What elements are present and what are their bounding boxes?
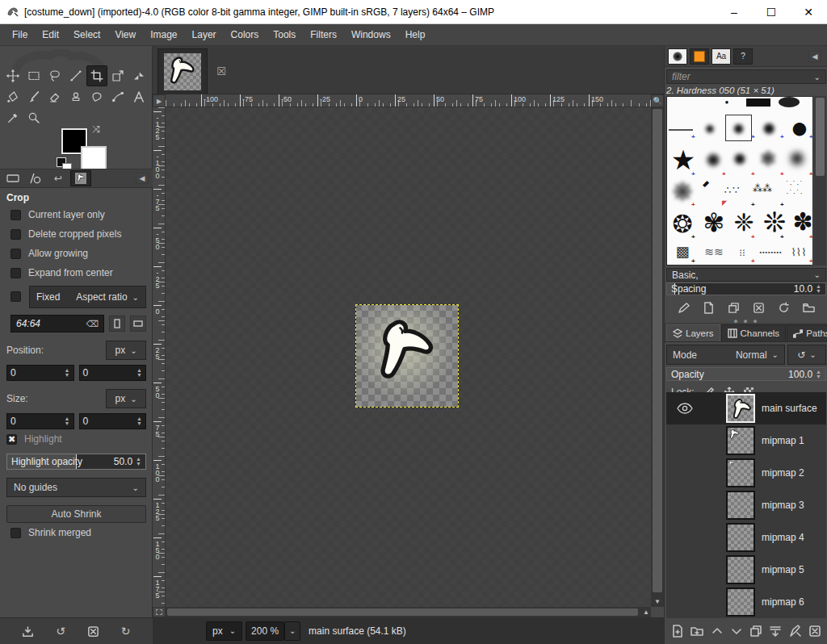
menu-select[interactable]: Select bbox=[66, 26, 107, 44]
spinner-arrows-icon[interactable]: ▲▼ bbox=[816, 284, 821, 294]
size-y-input[interactable]: 0▲▼ bbox=[79, 413, 147, 429]
help-tab[interactable]: ? bbox=[733, 48, 753, 65]
close-button[interactable]: ✕ bbox=[790, 0, 827, 23]
tool-options-tab[interactable] bbox=[2, 170, 23, 186]
undo-history-tab[interactable]: ↩ bbox=[48, 170, 69, 186]
highlight-row[interactable]: ✖ Highlight bbox=[0, 429, 153, 449]
allow-growing-checkbox[interactable] bbox=[10, 249, 21, 259]
new-layer-group-icon[interactable] bbox=[691, 625, 703, 638]
spinner-arrows-icon[interactable]: ▲▼ bbox=[65, 416, 70, 426]
restore-tool-preset-icon[interactable]: ↺ bbox=[56, 625, 65, 638]
menu-file[interactable]: File bbox=[5, 26, 35, 44]
new-brush-icon[interactable] bbox=[703, 302, 715, 314]
navigation-preview-icon[interactable]: ▲ bbox=[643, 607, 649, 617]
new-layer-icon[interactable] bbox=[671, 625, 684, 638]
zoom-follow-window-button[interactable]: 🔍 bbox=[651, 94, 664, 107]
collapse-left-dock-icon[interactable]: ◀ bbox=[136, 173, 149, 184]
maximize-button[interactable]: ☐ bbox=[753, 0, 790, 23]
vertical-ruler[interactable]: -125 -100 -75 -50 -25 0 25 50 75 100 125… bbox=[153, 107, 166, 607]
portrait-orientation-button[interactable] bbox=[109, 316, 125, 332]
layer-row-mipmap-1[interactable]: mipmap 1 bbox=[666, 424, 826, 457]
delete-tool-preset-icon[interactable] bbox=[87, 625, 99, 638]
tab-paths[interactable]: Paths bbox=[787, 324, 827, 341]
layer-row-mipmap-6[interactable]: mipmap 6 bbox=[666, 586, 826, 618]
mode-switch-button[interactable]: ↺⌄ bbox=[787, 345, 826, 365]
smudge-tool-button[interactable] bbox=[86, 86, 107, 107]
save-tool-preset-icon[interactable] bbox=[22, 625, 34, 638]
paths-tool-button[interactable] bbox=[107, 86, 128, 107]
menu-filters[interactable]: Filters bbox=[303, 26, 344, 44]
shrink-merged-row[interactable]: Shrink merged bbox=[0, 523, 153, 542]
menu-windows[interactable]: Windows bbox=[344, 26, 398, 44]
menu-colors[interactable]: Colors bbox=[224, 26, 267, 44]
expand-from-center-checkbox[interactable] bbox=[10, 268, 21, 278]
menu-layer[interactable]: Layer bbox=[185, 26, 224, 44]
guides-dropdown[interactable]: No guides ⌄ bbox=[6, 478, 146, 497]
tab-layers[interactable]: Layers bbox=[666, 324, 720, 341]
menu-image[interactable]: Image bbox=[143, 26, 184, 44]
aspect-ratio-input[interactable]: 64:64 ⌫ bbox=[10, 315, 104, 332]
flip-tool-button[interactable] bbox=[128, 65, 149, 86]
spinner-arrows-icon[interactable]: ▲▼ bbox=[65, 368, 70, 378]
status-zoom-value[interactable]: 200 % bbox=[246, 621, 284, 641]
brush-group-dropdown[interactable]: Basic, ⌄ bbox=[666, 268, 826, 282]
highlight-checkbox[interactable]: ✖ bbox=[6, 434, 17, 445]
duplicate-brush-icon[interactable] bbox=[728, 302, 740, 314]
scrollbar-thumb[interactable] bbox=[167, 608, 638, 616]
landscape-orientation-button[interactable] bbox=[130, 316, 146, 332]
fixed-ratio-dropdown[interactable]: Fixed Aspect ratio⌄ bbox=[29, 286, 146, 308]
refresh-brushes-icon[interactable] bbox=[778, 302, 790, 314]
visibility-eye-icon[interactable] bbox=[677, 403, 693, 414]
layer-row-mipmap-5[interactable]: mipmap 5 bbox=[666, 554, 826, 586]
brushes-tab[interactable] bbox=[668, 48, 687, 65]
horizontal-scrollbar[interactable]: ▲ bbox=[166, 607, 651, 617]
layer-row-mipmap-4[interactable]: mipmap 4 bbox=[666, 521, 826, 554]
position-unit-dropdown[interactable]: px⌄ bbox=[106, 341, 146, 360]
duplicate-layer-icon[interactable] bbox=[749, 625, 762, 638]
scrollbar-thumb[interactable] bbox=[653, 109, 662, 592]
free-select-tool-button[interactable] bbox=[44, 65, 65, 86]
expand-from-center-row[interactable]: Expand from center bbox=[0, 263, 153, 282]
shrink-merged-checkbox[interactable] bbox=[10, 528, 21, 538]
quick-mask-toggle[interactable] bbox=[153, 607, 166, 617]
crop-tool-button[interactable] bbox=[86, 65, 107, 86]
anchor-layer-icon[interactable] bbox=[789, 625, 802, 638]
image-tab[interactable] bbox=[157, 48, 208, 94]
raise-layer-icon[interactable] bbox=[711, 625, 724, 638]
device-status-tab[interactable] bbox=[25, 170, 46, 186]
layer-row-main-surface[interactable]: main surface bbox=[666, 392, 826, 424]
measure-tool-button[interactable] bbox=[65, 65, 86, 86]
scrollbar-thumb[interactable] bbox=[816, 98, 825, 176]
image-thumbnail-tab[interactable] bbox=[70, 170, 91, 186]
spinner-arrows-icon[interactable]: ▲▼ bbox=[136, 416, 142, 426]
brush-grid-scrollbar[interactable] bbox=[814, 96, 826, 266]
zoom-tool-button[interactable] bbox=[23, 107, 44, 128]
layer-row-mipmap-2[interactable]: mipmap 2 bbox=[666, 457, 826, 489]
minimize-button[interactable]: – bbox=[716, 0, 753, 23]
brush-spacing-slider[interactable]: Spacing 10.0 ▲▼ bbox=[666, 282, 826, 295]
close-image-tab-icon[interactable]: ☒ bbox=[214, 64, 229, 78]
menu-help[interactable]: Help bbox=[398, 26, 433, 44]
delete-cropped-pixels-checkbox[interactable] bbox=[10, 229, 21, 240]
layer-opacity-slider[interactable]: Opacity 100.0 ▲▼ bbox=[666, 367, 826, 381]
position-y-input[interactable]: 0▲▼ bbox=[79, 365, 147, 381]
status-zoom-dropdown[interactable]: ⌄ bbox=[284, 621, 300, 641]
edit-brush-icon[interactable] bbox=[678, 302, 690, 314]
delete-layer-icon[interactable] bbox=[808, 625, 821, 638]
brush-filter-input[interactable]: filter ⌄ bbox=[666, 69, 826, 84]
brush-grid[interactable]: ● ● ● ● ● ★ ✺ ✹ ❃ ✹ ❋ ▮ ∴∵ ⁂⁂ ˙·˙·˙·˙·˙·… bbox=[666, 96, 813, 266]
size-unit-dropdown[interactable]: px⌄ bbox=[106, 389, 146, 408]
rectangle-select-tool-button[interactable] bbox=[23, 65, 44, 86]
collapse-right-dock-icon[interactable]: ◀ bbox=[808, 51, 821, 62]
spinner-arrows-icon[interactable]: ▲▼ bbox=[816, 370, 821, 379]
layer-row-mipmap-3[interactable]: mipmap 3 bbox=[666, 489, 826, 521]
ruler-origin-button[interactable]: ▶ bbox=[153, 94, 166, 107]
allow-growing-row[interactable]: Allow growing bbox=[0, 244, 153, 263]
fixed-checkbox[interactable] bbox=[10, 291, 21, 302]
layer-mode-dropdown[interactable]: Mode Normal ⌄ bbox=[666, 345, 785, 365]
menu-view[interactable]: View bbox=[107, 26, 143, 44]
paintbrush-tool-button[interactable] bbox=[23, 86, 44, 107]
status-unit-dropdown[interactable]: px⌄ bbox=[206, 621, 242, 641]
merge-layer-icon[interactable] bbox=[769, 625, 782, 638]
eraser-tool-button[interactable] bbox=[44, 86, 65, 107]
